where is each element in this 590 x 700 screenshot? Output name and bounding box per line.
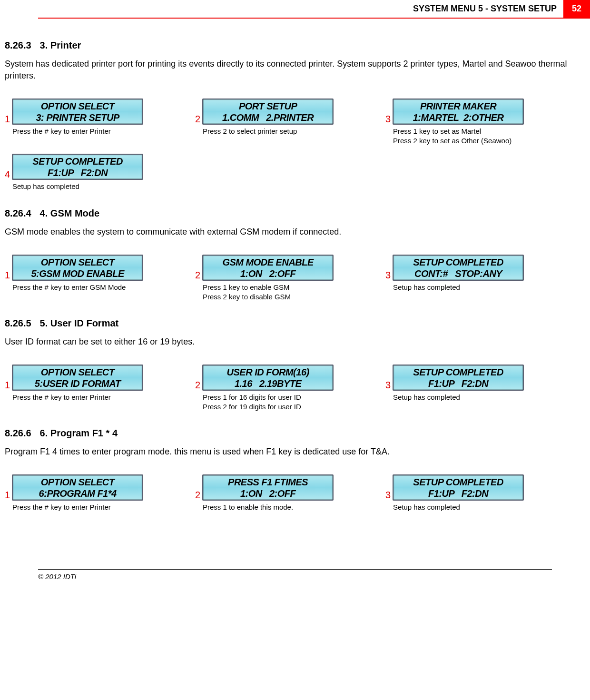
lcd-line2: 1:ON 2:OFF bbox=[206, 488, 330, 499]
step-caption: Press 1 for 16 digits for user IDPress 2… bbox=[203, 393, 352, 411]
lcd-screen: OPTION SELECT 5:USER ID FORMAT bbox=[12, 365, 143, 391]
section-description: Program F1 4 times to enter program mode… bbox=[5, 446, 571, 458]
step-item: 4 SETUP COMPLETED F1:UP F2:DN Setup has … bbox=[5, 154, 162, 191]
lcd-line1: USER ID FORM(16) bbox=[206, 366, 330, 378]
lcd-line1: OPTION SELECT bbox=[16, 476, 139, 488]
page-content: 8.26.33. Printer System has dedicated pr… bbox=[0, 19, 590, 512]
step-caption: Setup has completed bbox=[393, 393, 542, 402]
page-header: SYSTEM MENU 5 - SYSTEM SETUP 52 bbox=[38, 0, 590, 19]
lcd-line1: PORT SETUP bbox=[206, 100, 330, 112]
section-heading: 8.26.66. Program F1 * 4 bbox=[5, 428, 571, 439]
step-caption: Setup has completed bbox=[12, 182, 162, 191]
step-caption: Setup has completed bbox=[393, 503, 542, 512]
section-title: 5. User ID Format bbox=[40, 318, 119, 328]
step-item: 1 OPTION SELECT 5:USER ID FORMAT Press t… bbox=[5, 365, 162, 411]
lcd-screen: PORT SETUP 1.COMM 2.PRINTER bbox=[202, 99, 334, 125]
lcd-screen: SETUP COMPLETED CONT:# STOP:ANY bbox=[393, 255, 524, 281]
lcd-line2: 1:MARTEL 2:OTHER bbox=[396, 112, 520, 123]
step-item: 2 USER ID FORM(16) 1.16 2.19BYTE Press 1… bbox=[195, 365, 352, 411]
step-caption: Press the # key to enter GSM Mode bbox=[12, 283, 162, 292]
step-item: 2 GSM MODE ENABLE 1:ON 2:OFF Press 1 key… bbox=[195, 255, 352, 301]
lcd-screen: PRESS F1 FTIMES 1:ON 2:OFF bbox=[202, 474, 334, 501]
lcd-line1: SETUP COMPLETED bbox=[396, 256, 520, 268]
step-caption: Press 1 to enable this mode. bbox=[203, 503, 352, 512]
lcd-line1: GSM MODE ENABLE bbox=[206, 256, 330, 268]
step-number: 2 bbox=[195, 114, 200, 125]
step-number: 3 bbox=[385, 490, 391, 501]
step-number: 1 bbox=[5, 270, 10, 281]
header-title: SYSTEM MENU 5 - SYSTEM SETUP bbox=[406, 0, 563, 18]
step-item: 3 SETUP COMPLETED CONT:# STOP:ANY Setup … bbox=[385, 255, 542, 301]
step-item: 3 PRINTER MAKER 1:MARTEL 2:OTHER Press 1… bbox=[385, 99, 542, 145]
step-number: 1 bbox=[5, 490, 10, 501]
lcd-screen: OPTION SELECT 6:PROGRAM F1*4 bbox=[12, 474, 143, 501]
section-description: GSM mode enables the system to communica… bbox=[5, 226, 571, 238]
lcd-screen: OPTION SELECT 5:GSM MOD ENABLE bbox=[12, 255, 143, 281]
lcd-line2: F1:UP F2:DN bbox=[396, 488, 520, 499]
step-number: 3 bbox=[385, 114, 391, 125]
lcd-line2: 6:PROGRAM F1*4 bbox=[16, 488, 139, 499]
section-description: System has dedicated printer port for pr… bbox=[5, 58, 571, 82]
lcd-line2: 1.COMM 2.PRINTER bbox=[206, 112, 330, 123]
lcd-line1: PRESS F1 FTIMES bbox=[206, 476, 330, 488]
step-item: 2 PORT SETUP 1.COMM 2.PRINTER Press 2 to… bbox=[195, 99, 352, 145]
section-title: 3. Printer bbox=[40, 40, 81, 50]
step-number: 3 bbox=[385, 270, 391, 281]
step-item: 2 PRESS F1 FTIMES 1:ON 2:OFF Press 1 to … bbox=[195, 474, 352, 512]
step-caption: Press 2 to select printer setup bbox=[203, 127, 352, 136]
step-item: 3 SETUP COMPLETED F1:UP F2:DN Setup has … bbox=[385, 365, 542, 411]
step-number: 1 bbox=[5, 380, 10, 391]
lcd-line1: PRINTER MAKER bbox=[396, 100, 520, 112]
step-number: 3 bbox=[385, 380, 391, 391]
lcd-line2: F1:UP F2:DN bbox=[16, 167, 139, 178]
lcd-screen: USER ID FORM(16) 1.16 2.19BYTE bbox=[202, 365, 334, 391]
section-number: 8.26.5 bbox=[5, 318, 31, 328]
section-description: User ID format can be set to either 16 o… bbox=[5, 336, 571, 348]
page-number: 52 bbox=[563, 0, 590, 18]
lcd-line2: 1.16 2.19BYTE bbox=[206, 378, 330, 389]
section-number: 8.26.6 bbox=[5, 428, 31, 438]
step-caption: Setup has completed bbox=[393, 283, 542, 292]
step-item: 1 OPTION SELECT 5:GSM MOD ENABLE Press t… bbox=[5, 255, 162, 301]
step-caption: Press the # key to enter Printer bbox=[12, 127, 162, 136]
lcd-line2: 1:ON 2:OFF bbox=[206, 268, 330, 279]
lcd-screen: SETUP COMPLETED F1:UP F2:DN bbox=[12, 154, 143, 180]
lcd-line1: SETUP COMPLETED bbox=[396, 366, 520, 378]
step-caption: Press the # key to enter Printer bbox=[12, 393, 162, 402]
step-caption: Press 1 key to set as MartelPress 2 key … bbox=[393, 127, 542, 145]
lcd-line1: SETUP COMPLETED bbox=[396, 476, 520, 488]
lcd-line2: CONT:# STOP:ANY bbox=[396, 268, 520, 279]
lcd-screen: PRINTER MAKER 1:MARTEL 2:OTHER bbox=[393, 99, 524, 125]
lcd-line1: OPTION SELECT bbox=[16, 100, 139, 112]
lcd-line1: OPTION SELECT bbox=[16, 256, 139, 268]
step-item: 1 OPTION SELECT 6:PROGRAM F1*4 Press the… bbox=[5, 474, 162, 512]
step-item: 1 OPTION SELECT 3: PRINTER SETUP Press t… bbox=[5, 99, 162, 145]
lcd-screen: GSM MODE ENABLE 1:ON 2:OFF bbox=[202, 255, 334, 281]
section-title: 4. GSM Mode bbox=[40, 208, 100, 218]
lcd-line2: 5:GSM MOD ENABLE bbox=[16, 268, 139, 279]
step-number: 1 bbox=[5, 114, 10, 125]
step-number: 4 bbox=[5, 169, 10, 180]
lcd-screen: SETUP COMPLETED F1:UP F2:DN bbox=[393, 474, 524, 501]
lcd-line2: 3: PRINTER SETUP bbox=[16, 112, 139, 123]
step-number: 2 bbox=[195, 490, 200, 501]
section-heading: 8.26.55. User ID Format bbox=[5, 318, 571, 329]
step-caption: Press 1 key to enable GSMPress 2 key to … bbox=[203, 283, 352, 301]
lcd-line2: F1:UP F2:DN bbox=[396, 378, 520, 389]
lcd-line2: 5:USER ID FORMAT bbox=[16, 378, 139, 389]
lcd-line1: OPTION SELECT bbox=[16, 366, 139, 378]
step-item: 3 SETUP COMPLETED F1:UP F2:DN Setup has … bbox=[385, 474, 542, 512]
section-number: 8.26.3 bbox=[5, 40, 31, 50]
lcd-line1: SETUP COMPLETED bbox=[16, 156, 139, 167]
lcd-screen: SETUP COMPLETED F1:UP F2:DN bbox=[393, 365, 524, 391]
section-heading: 8.26.44. GSM Mode bbox=[5, 208, 571, 219]
section-number: 8.26.4 bbox=[5, 208, 31, 218]
lcd-screen: OPTION SELECT 3: PRINTER SETUP bbox=[12, 99, 143, 125]
page-footer: © 2012 IDTi bbox=[38, 569, 552, 581]
section-heading: 8.26.33. Printer bbox=[5, 40, 571, 51]
step-number: 2 bbox=[195, 380, 200, 391]
step-number: 2 bbox=[195, 270, 200, 281]
section-title: 6. Program F1 * 4 bbox=[40, 428, 118, 438]
step-caption: Press the # key to enter Printer bbox=[12, 503, 162, 512]
